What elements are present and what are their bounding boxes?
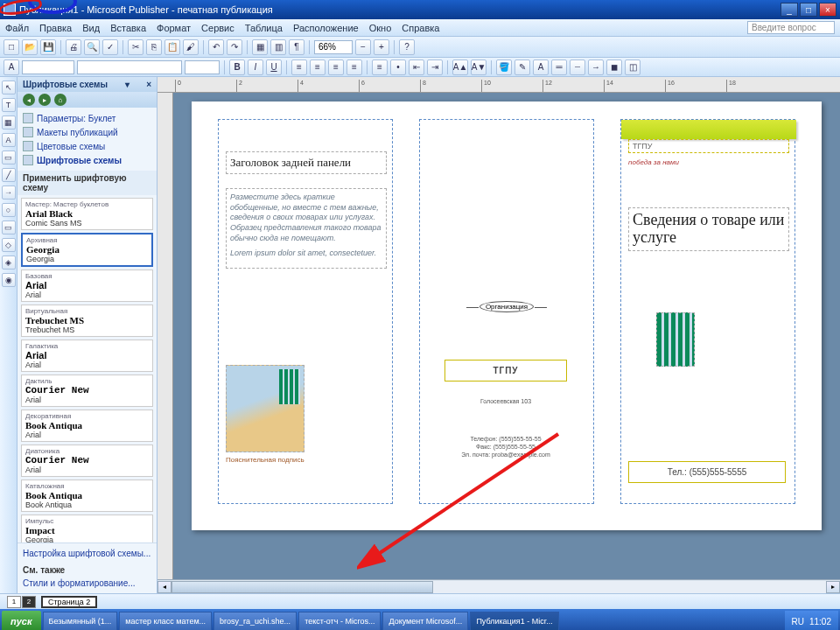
taskbar-item[interactable]: текст-отч - Micros... (298, 612, 381, 630)
undo-button[interactable]: ↶ (208, 39, 224, 55)
table-tool[interactable]: ▦ (2, 116, 16, 130)
menu-insert[interactable]: Вставка (110, 23, 146, 33)
italic-button[interactable]: I (248, 60, 263, 75)
menu-table[interactable]: Таблица (245, 23, 283, 33)
system-tray[interactable]: RU 11:02 (785, 611, 838, 630)
front-title[interactable]: Сведения о товаре или услуге (628, 207, 789, 251)
vertical-ruler[interactable] (158, 93, 173, 579)
menu-file[interactable]: Файл (5, 23, 29, 33)
horizontal-scrollbar[interactable]: ◂ ▸ (158, 579, 840, 593)
indent-inc-button[interactable]: ⇥ (427, 60, 443, 75)
indent-dec-button[interactable]: ⇤ (409, 60, 424, 75)
styles-formatting-link[interactable]: Стили и форматирование... (23, 577, 151, 590)
font-scheme-item[interactable]: АрхивнаяGeorgiaGeorgia (21, 233, 153, 267)
brochure-panel-front[interactable]: ТГПУ победа за нами Сведения о товаре ил… (620, 119, 795, 504)
nav-home-button[interactable]: ⌂ (54, 94, 66, 106)
pointer-tool[interactable]: ↖ (2, 80, 16, 94)
align-right-button[interactable]: ≡ (328, 60, 344, 75)
fill-color-button[interactable]: 🪣 (496, 60, 512, 75)
preview-button[interactable]: 🔍 (84, 39, 100, 55)
redo-button[interactable]: ↷ (227, 39, 242, 55)
font-scheme-item[interactable]: БазоваяArialArial (21, 270, 153, 302)
bring-front-button[interactable]: ▦ (252, 39, 268, 55)
autoshapes-tool[interactable]: ◇ (2, 238, 16, 252)
page-tab[interactable]: Страница 2 (41, 596, 97, 608)
org-logo[interactable]: Организация (458, 300, 555, 312)
menu-arrange[interactable]: Расположение (293, 23, 359, 33)
front-brand[interactable]: ТГПУ (628, 139, 789, 153)
menu-help[interactable]: Справка (402, 23, 439, 33)
menu-format[interactable]: Формат (157, 23, 191, 33)
maximize-button[interactable]: □ (800, 3, 817, 17)
line-tool[interactable]: ╱ (2, 168, 16, 182)
link-color-schemes[interactable]: Цветовые схемы (23, 139, 151, 153)
link-options[interactable]: Параметры: Буклет (23, 111, 151, 125)
tray-lang[interactable]: RU (792, 617, 804, 626)
underline-button[interactable]: U (266, 60, 282, 75)
font-scheme-item[interactable]: ДиатоникаCourier NewArial (21, 444, 153, 477)
nav-back-button[interactable]: ◂ (23, 94, 35, 106)
task-pane-dropdown-icon[interactable]: ▾ (125, 80, 130, 89)
line-style-button[interactable]: ═ (551, 60, 567, 75)
font-scheme-item[interactable]: ВиртуальнаяTrebuchet MSTrebuchet MS (21, 304, 153, 337)
align-left-button[interactable]: ≡ (291, 60, 307, 75)
nav-fwd-button[interactable]: ▸ (38, 94, 51, 106)
size-combo[interactable] (185, 60, 220, 74)
brochure-panel-back[interactable]: Заголовок задней панели Разместите здесь… (218, 119, 393, 504)
front-image[interactable] (656, 312, 695, 367)
document-page[interactable]: Заголовок задней панели Разместите здесь… (192, 102, 822, 530)
zoom-combo[interactable]: 66% (314, 40, 353, 54)
taskbar-item[interactable]: Документ Microsof... (382, 612, 468, 630)
page-nav-2[interactable]: 2 (22, 596, 36, 608)
bullets-button[interactable]: • (390, 60, 406, 75)
cut-button[interactable]: ✂ (128, 39, 144, 55)
font-shrink-button[interactable]: A▼ (471, 60, 486, 75)
customize-scheme-link[interactable]: Настройка шрифтовой схемы... (23, 547, 151, 560)
dash-style-button[interactable]: ┄ (570, 60, 585, 75)
start-button[interactable]: пуск (2, 611, 41, 630)
shadow-button[interactable]: ◼ (606, 60, 622, 75)
font-scheme-item[interactable]: ДактильCourier NewArial (21, 374, 153, 407)
back-panel-body[interactable]: Разместите здесь краткие обобщенные, но … (226, 188, 387, 269)
styles-button[interactable]: A (4, 60, 19, 75)
page-nav-1[interactable]: 1 (7, 596, 21, 608)
style-combo[interactable] (22, 60, 74, 74)
print-button[interactable]: 🖨 (66, 39, 81, 55)
numbering-button[interactable]: ≡ (372, 60, 388, 75)
help-search-input[interactable]: Введите вопрос (747, 21, 835, 34)
special-chars-button[interactable]: ¶ (289, 39, 304, 55)
textbox-tool[interactable]: T (2, 98, 16, 112)
taskbar-item-active[interactable]: Публикация1 - Micr... (470, 612, 558, 630)
taskbar-item[interactable]: brosy_ra_uchi.she... (214, 612, 297, 630)
bold-button[interactable]: B (229, 60, 245, 75)
columns-button[interactable]: ▥ (270, 39, 286, 55)
rect-tool[interactable]: ▭ (2, 220, 16, 234)
document-scroll-area[interactable]: Заголовок задней панели Разместите здесь… (173, 93, 840, 579)
scroll-left-button[interactable]: ◂ (158, 581, 172, 593)
horizontal-ruler[interactable]: 024681012141618 (158, 77, 840, 93)
taskbar-item[interactable]: Безымянный (1... (43, 612, 118, 630)
menu-view[interactable]: Вид (82, 23, 100, 33)
menu-edit[interactable]: Правка (39, 23, 72, 33)
bookmark-tool[interactable]: ◈ (2, 256, 16, 270)
font-grow-button[interactable]: A▲ (452, 60, 468, 75)
font-color-button[interactable]: A (533, 60, 549, 75)
org-contact[interactable]: Телефон: (555)555-55-55 Факс: (555)555-5… (444, 435, 567, 458)
zoom-out-button[interactable]: − (355, 39, 371, 55)
zoom-in-button[interactable]: + (374, 39, 389, 55)
scroll-thumb[interactable] (172, 581, 433, 593)
back-panel-title[interactable]: Заголовок задней панели (226, 151, 387, 174)
font-scheme-item[interactable]: Мастер: Мастер буклетовArial BlackComic … (21, 198, 153, 230)
align-justify-button[interactable]: ≡ (346, 60, 362, 75)
close-button[interactable]: × (819, 3, 836, 17)
link-font-schemes[interactable]: Шрифтовые схемы (23, 153, 151, 167)
menu-tools[interactable]: Сервис (201, 23, 234, 33)
format-painter-button[interactable]: 🖌 (183, 39, 199, 55)
font-scheme-list[interactable]: Мастер: Мастер буклетовArial BlackComic … (18, 195, 157, 542)
front-accent-bar[interactable] (621, 120, 796, 139)
paste-button[interactable]: 📋 (164, 39, 180, 55)
taskbar-item[interactable]: мастер класс матем... (119, 612, 212, 630)
font-scheme-item[interactable]: КаталожнаяBook AntiquaBook Antiqua (21, 480, 153, 512)
arrow-tool[interactable]: → (2, 186, 16, 200)
back-panel-image[interactable] (226, 365, 304, 452)
